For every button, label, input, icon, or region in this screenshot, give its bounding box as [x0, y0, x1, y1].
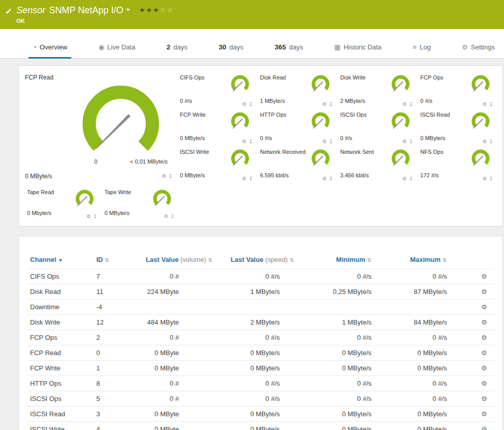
gear-icon[interactable]: ⚙ — [242, 101, 247, 107]
gear-icon[interactable]: ⚙ — [483, 101, 487, 107]
gauge-cell[interactable]: FCP Write 0 MByte/s ⚙ ↧ — [177, 109, 257, 146]
gauge-value: 3.456 kbit/s — [340, 172, 369, 178]
pin-icon[interactable]: ↧ — [409, 176, 413, 181]
gauge-cell[interactable]: ISCSI Ops 0 #/s ⚙ ↧ — [337, 109, 417, 146]
cell-channel: FCP Read — [27, 345, 93, 361]
tab-overview[interactable]: ◔ Overview — [29, 40, 71, 59]
gauge-cell[interactable]: ISCSI Write 0 MByte/s ⚙ ↧ — [177, 146, 257, 183]
gauge-cell[interactable]: Network Received 6.595 kbit/s ⚙ ↧ — [257, 146, 337, 183]
stars-empty[interactable]: ☆☆ — [160, 6, 174, 14]
table-row[interactable]: FCP Ops 2 0 # 0 #/s 0 #/s 0 #/s ⚙ — [27, 330, 494, 345]
channel-settings-icon[interactable]: ⚙ — [481, 273, 487, 280]
pin-icon[interactable]: ↧ — [169, 173, 173, 179]
channel-settings-icon[interactable]: ⚙ — [481, 410, 487, 418]
pin-icon[interactable]: ↧ — [489, 101, 493, 107]
gauge-cell[interactable]: Tape Write 0 MByte/s ⚙ ↧ — [101, 186, 179, 221]
pin-icon[interactable]: ↧ — [409, 101, 413, 107]
gear-icon[interactable]: ⚙ — [87, 213, 91, 219]
channel-settings-icon[interactable]: ⚙ — [481, 334, 487, 341]
pin-icon[interactable]: ↧ — [329, 139, 333, 144]
cell-channel: ISCSI Ops — [27, 391, 93, 407]
col-header-id[interactable]: ID⇅ — [93, 252, 133, 269]
cell-channel: Disk Write — [27, 315, 93, 330]
cell-actions: ⚙ — [450, 315, 494, 330]
col-header-last-value-volume[interactable]: Last Value (volume)⇅ — [133, 252, 216, 269]
gauge-cell[interactable]: CIFS Ops 0 #/s ⚙ ↧ — [177, 72, 257, 109]
gear-icon[interactable]: ⚙ — [322, 101, 327, 107]
tape-gauge-row: Tape Read 0 Mbyte/s ⚙ ↧ Tape Write 0 MBy… — [24, 186, 497, 221]
pin-icon[interactable]: ↧ — [249, 101, 253, 107]
gear-icon[interactable]: ⚙ — [322, 139, 327, 144]
table-row[interactable]: ISCSI Ops 5 0 # 0 #/s 0 #/s 0 #/s ⚙ — [27, 391, 494, 407]
col-header-last-value-speed[interactable]: Last Value (speed)⇅ — [216, 252, 297, 269]
gear-icon[interactable]: ⚙ — [242, 139, 247, 144]
gauge-cell[interactable]: Disk Write 2 MByte/s ⚙ ↧ — [337, 72, 417, 109]
col-label: Channel — [30, 256, 56, 263]
table-row[interactable]: Disk Read 11 224 MByte 1 MByte/s 0,25 MB… — [27, 284, 494, 300]
flag-icon[interactable]: ⚑ — [126, 5, 130, 16]
cell-last-value-speed: 0 #/s — [216, 330, 297, 345]
stars-filled[interactable]: ★★★ — [139, 6, 160, 14]
gear-icon[interactable]: ⚙ — [322, 176, 327, 181]
sort-icon: ⇅ — [443, 257, 447, 263]
channel-settings-icon[interactable]: ⚙ — [481, 303, 487, 311]
table-row[interactable]: HTTP Ops 8 0 # 0 #/s 0 #/s 0 #/s ⚙ — [27, 376, 494, 391]
pin-icon[interactable]: ↧ — [249, 176, 253, 181]
tab-30-days[interactable]: 30 days — [215, 40, 248, 59]
gauge-dial — [229, 111, 251, 132]
table-row[interactable]: FCP Write 1 0 MByte 0 MByte/s 0 MByte/s … — [27, 361, 494, 376]
gauge-cell[interactable]: Disk Read 1 MByte/s ⚙ ↧ — [257, 72, 337, 109]
cell-channel: FCP Ops — [27, 330, 93, 345]
tab-live-data[interactable]: ◉ Live Data — [94, 40, 139, 59]
gear-icon[interactable]: ⚙ — [483, 176, 487, 181]
table-row[interactable]: Disk Write 12 484 MByte 2 MByte/s 1 MByt… — [27, 315, 494, 330]
gear-icon[interactable]: ⚙ — [242, 176, 247, 181]
gear-icon[interactable]: ⚙ — [402, 139, 407, 144]
gear-icon[interactable]: ⚙ — [164, 213, 169, 219]
pin-icon[interactable]: ↧ — [409, 139, 413, 144]
pin-icon[interactable]: ↧ — [329, 101, 333, 107]
pin-icon[interactable]: ↧ — [171, 213, 175, 219]
tab-log[interactable]: ≡ Log — [409, 40, 435, 59]
col-header-minimum[interactable]: Minimum⇅ — [297, 252, 375, 269]
col-header-maximum[interactable]: Maximum⇅ — [375, 252, 450, 269]
gauge-scale-min: 0 — [94, 158, 97, 165]
gear-icon[interactable]: ⚙ — [402, 101, 407, 107]
channel-settings-icon[interactable]: ⚙ — [481, 318, 487, 326]
sort-icon: ⇅ — [367, 257, 372, 263]
gauge-value: 0 MByte/s — [25, 173, 52, 180]
primary-gauge[interactable]: FCP Read 0 < 0,01 MByte/s 0 MByte/s ⚙ ↧ — [24, 72, 177, 181]
pin-icon[interactable]: ↧ — [489, 139, 493, 144]
table-row[interactable]: ISCSI Write 4 0 MByte 0 MByte/s 0 MByte/… — [27, 422, 494, 430]
channel-settings-icon[interactable]: ⚙ — [481, 349, 487, 357]
channel-settings-icon[interactable]: ⚙ — [481, 395, 487, 402]
gear-icon[interactable]: ⚙ — [402, 176, 407, 181]
pin-icon[interactable]: ↧ — [489, 176, 493, 181]
channel-settings-icon[interactable]: ⚙ — [481, 288, 487, 295]
gauge-cell[interactable]: HTTP Ops 0 #/s ⚙ ↧ — [257, 109, 337, 146]
pin-icon[interactable]: ↧ — [329, 176, 333, 181]
channel-settings-icon[interactable]: ⚙ — [481, 380, 487, 387]
gauge-cell[interactable]: Network Sent 3.456 kbit/s ⚙ ↧ — [337, 146, 417, 183]
gear-icon[interactable]: ⚙ — [483, 139, 487, 144]
gauge-cell[interactable]: ISCSI Read 0 MByte/s ⚙ ↧ — [417, 109, 497, 146]
gauge-cell[interactable]: FCP Ops 0 #/s ⚙ ↧ — [417, 72, 497, 109]
table-row[interactable]: Downtime -4 ⚙ — [27, 300, 494, 315]
cell-last-value-volume: 0 MByte — [133, 407, 216, 422]
gear-icon[interactable]: ⚙ — [162, 173, 167, 179]
table-row[interactable]: ISCSI Read 3 0 MByte 0 MByte/s 0 MByte/s… — [27, 407, 494, 422]
tab-settings[interactable]: ⚙ Settings — [458, 40, 499, 59]
gauge-cell[interactable]: NFS Ops 172 #/s ⚙ ↧ — [417, 146, 497, 183]
tab-365-days[interactable]: 365 days — [271, 40, 307, 59]
pin-icon[interactable]: ↧ — [93, 213, 97, 219]
pin-icon[interactable]: ↧ — [249, 139, 253, 144]
col-header-channel[interactable]: Channel▼ — [27, 252, 93, 269]
table-row[interactable]: CIFS Ops 7 0 # 0 #/s 0 #/s 0 #/s ⚙ — [27, 269, 494, 284]
table-row[interactable]: FCP Read 0 0 MByte 0 MByte/s 0 MByte/s 0… — [27, 345, 494, 361]
gauge-cell[interactable]: Tape Read 0 Mbyte/s ⚙ ↧ — [24, 186, 101, 221]
channel-settings-icon[interactable]: ⚙ — [481, 425, 487, 430]
tab-2-days[interactable]: 2 days — [163, 40, 192, 59]
channel-settings-icon[interactable]: ⚙ — [481, 364, 487, 372]
tab-historic-data[interactable]: ▦ Historic Data — [330, 40, 386, 59]
priority-stars[interactable]: ★★★☆☆ — [139, 5, 174, 16]
